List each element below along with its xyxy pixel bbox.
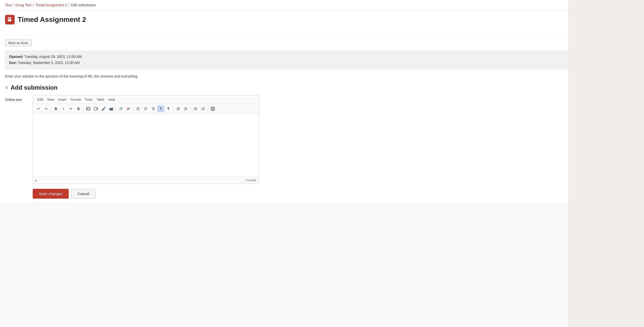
right-panel — [569, 0, 644, 326]
svg-point-24 — [194, 110, 194, 110]
menu-edit[interactable]: Edit — [35, 97, 45, 102]
meta-due: Due: Tuesday, September 5, 2023, 12:00 A… — [9, 60, 635, 66]
toolbar-sep-2 — [83, 106, 84, 111]
toolbar-indent[interactable] — [182, 105, 189, 112]
editor-toolbar: ↩ ↪ B I ✔ C 🎤 — [33, 104, 259, 114]
toolbar-audio[interactable]: 🎤 — [100, 105, 107, 112]
page-title-area: Timed Assignment 2 — [5, 15, 86, 24]
breadcrumb-sep-3: / — [69, 3, 70, 7]
editor-status-bar: p — [35, 178, 37, 182]
toolbar-table-insert[interactable] — [209, 105, 216, 112]
toolbar-align-center[interactable] — [142, 105, 149, 112]
page-title: Timed Assignment 2 — [18, 16, 86, 24]
collapse-icon[interactable]: ∨ — [5, 85, 8, 90]
cancel-button[interactable]: Cancel — [71, 189, 96, 199]
toolbar-image[interactable] — [85, 105, 92, 112]
breadcrumb-sep-1: / — [13, 3, 14, 7]
submission-section-title: Add submission — [11, 84, 58, 91]
save-changes-button[interactable]: Save changes — [33, 189, 69, 199]
due-value: Tuesday, September 5, 2023, 12:00 AM — [18, 61, 80, 65]
toolbar-paragraph-dir[interactable]: ¶̈ — [165, 105, 172, 112]
toolbar-paragraph[interactable]: ¶ — [157, 105, 164, 112]
breadcrumb-doug-test[interactable]: Doug Test — [16, 3, 31, 7]
svg-point-22 — [194, 107, 194, 108]
toolbar-sep-3 — [116, 106, 116, 111]
assignment-icon — [5, 15, 15, 24]
submission-row: Online text Edit View Insert Format Tool… — [5, 95, 639, 184]
due-label: Due: — [9, 61, 17, 65]
breadcrumb: Test / Doug Test / Timed Assignment 2 / … — [0, 0, 644, 10]
assignment-svg-icon — [7, 17, 13, 22]
toolbar-unordered-list[interactable] — [192, 105, 199, 112]
toolbar-outdent[interactable] — [175, 105, 182, 112]
svg-rect-34 — [211, 107, 215, 111]
menu-format[interactable]: Format — [68, 97, 83, 102]
toolbar-align-left[interactable] — [135, 105, 142, 112]
svg-text:3.: 3. — [201, 109, 203, 111]
toolbar-bold[interactable]: B — [52, 105, 59, 112]
toolbar-sep-6 — [190, 106, 191, 111]
opened-label: Opened: — [9, 55, 23, 59]
menu-table[interactable]: Table — [94, 97, 106, 102]
meta-section: Opened: Tuesday, August 29, 2023, 12:00 … — [5, 50, 639, 69]
toolbar-sep-5 — [173, 106, 173, 111]
header-row: Timed Assignment 2 Time left 01:51 — [0, 10, 644, 35]
breadcrumb-assignment[interactable]: Timed Assignment 2 — [35, 3, 67, 7]
toolbar-check[interactable]: ✔ — [67, 105, 74, 112]
menu-insert[interactable]: Insert — [56, 97, 68, 102]
editor-footer: p 0 words — [33, 177, 259, 184]
toolbar-sep-4 — [133, 106, 133, 111]
submission-section-header: ∨ Add submission — [5, 84, 639, 91]
breadcrumb-test[interactable]: Test — [5, 3, 12, 7]
breadcrumb-sep-2: / — [33, 3, 34, 7]
mark-as-done-button[interactable]: Mark as done — [5, 40, 31, 46]
toolbar-undo[interactable]: ↩ — [35, 105, 42, 112]
editor-word-count: 0 words — [246, 178, 256, 182]
toolbar-ordered-list[interactable]: 1.2.3. — [199, 105, 207, 112]
toolbar-unlink[interactable] — [125, 105, 132, 112]
toolbar-media[interactable] — [92, 105, 99, 112]
toolbar-align-right[interactable] — [150, 105, 157, 112]
online-text-label: Online text — [5, 95, 28, 102]
editor-menu-bar: Edit View Insert Format Tools Table Help — [33, 95, 259, 104]
description-text: Enter your solution to the question of t… — [5, 74, 639, 79]
toolbar-video[interactable]: 📹 — [107, 105, 114, 112]
editor-body[interactable] — [33, 114, 259, 177]
breadcrumb-current: Edit submission — [71, 3, 96, 7]
toolbar-sep-1 — [51, 106, 51, 111]
opened-value: Tuesday, August 29, 2023, 12:00 AM — [24, 55, 82, 59]
main-content: Mark as done Opened: Tuesday, August 29,… — [0, 35, 644, 203]
svg-rect-1 — [8, 18, 11, 18]
toolbar-link[interactable]: 🔗 — [117, 105, 124, 112]
svg-rect-3 — [87, 107, 90, 110]
toolbar-redo[interactable]: ↪ — [43, 105, 50, 112]
svg-point-23 — [194, 108, 194, 109]
toolbar-clear[interactable]: C — [75, 105, 82, 112]
editor-container: Edit View Insert Format Tools Table Help… — [33, 95, 259, 184]
menu-tools[interactable]: Tools — [83, 97, 94, 102]
svg-rect-2 — [8, 19, 10, 19]
meta-opened: Opened: Tuesday, August 29, 2023, 12:00 … — [9, 54, 635, 60]
toolbar-sep-7 — [208, 106, 208, 111]
menu-help[interactable]: Help — [106, 97, 117, 102]
menu-view[interactable]: View — [45, 97, 56, 102]
svg-rect-5 — [94, 107, 97, 110]
toolbar-italic[interactable]: I — [60, 105, 67, 112]
action-buttons: Save changes Cancel — [33, 189, 639, 199]
